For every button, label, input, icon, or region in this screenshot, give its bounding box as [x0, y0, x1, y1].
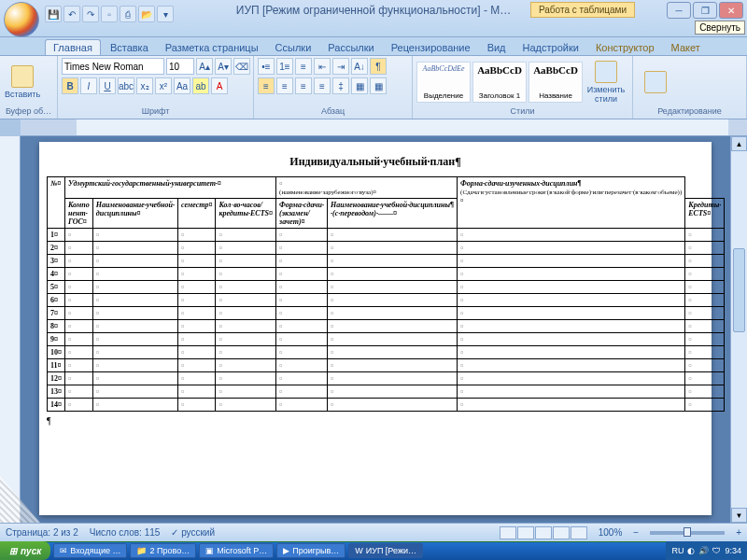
- view-web-button[interactable]: [535, 526, 552, 539]
- grow-font-button[interactable]: A▴: [196, 58, 213, 75]
- undo-icon[interactable]: ↶: [63, 6, 80, 22]
- scroll-up-icon[interactable]: ▲: [731, 136, 747, 151]
- change-styles-button[interactable]: Изменить стили: [585, 60, 627, 105]
- style-item[interactable]: AaBbCcDdEeВыделение: [416, 62, 471, 103]
- task-item-active[interactable]: W ИУП [Режи…: [348, 543, 423, 558]
- task-item[interactable]: ▶ Проигрыв…: [276, 543, 345, 558]
- show-marks-button[interactable]: ¶: [370, 58, 387, 75]
- tab-table-layout[interactable]: Макет: [664, 40, 708, 55]
- indent-inc-button[interactable]: ⇥: [332, 58, 349, 75]
- table-row[interactable]: 14¤¤¤¤¤¤¤¤¤: [48, 399, 725, 412]
- view-print-button[interactable]: [500, 526, 516, 539]
- table-row[interactable]: 3¤¤¤¤¤¤¤¤¤: [48, 255, 725, 268]
- highlight-button[interactable]: ab: [192, 77, 209, 94]
- font-color-button[interactable]: A: [211, 77, 228, 94]
- start-button[interactable]: ⊞ пуск: [0, 541, 50, 560]
- tab-insert[interactable]: Вставка: [103, 40, 156, 55]
- indent-dec-button[interactable]: ⇤: [314, 58, 331, 75]
- print-icon[interactable]: ⎙: [120, 6, 136, 22]
- table-row[interactable]: 2¤¤¤¤¤¤¤¤¤: [48, 242, 725, 255]
- tab-mailings[interactable]: Рассылки: [320, 40, 381, 55]
- task-item[interactable]: ✉ Входящие …: [53, 543, 127, 558]
- tab-review[interactable]: Рецензирование: [384, 40, 478, 55]
- view-draft-button[interactable]: [571, 526, 587, 539]
- tab-addins[interactable]: Надстройки: [515, 40, 586, 55]
- font-size-select[interactable]: 10: [166, 58, 194, 75]
- style-item[interactable]: AaBbCcDЗаголовок 1: [472, 62, 527, 103]
- multilevel-button[interactable]: ≡: [295, 58, 312, 75]
- view-read-button[interactable]: [517, 526, 534, 539]
- vertical-ruler[interactable]: [0, 136, 21, 523]
- status-page[interactable]: Страница: 2 из 2: [6, 527, 78, 538]
- system-tray[interactable]: RU ◐ 🔊 🛡 9:34: [666, 541, 747, 560]
- minimize-button[interactable]: ─: [667, 2, 691, 19]
- line-spacing-button[interactable]: ‡: [332, 77, 349, 94]
- table-row[interactable]: 6¤¤¤¤¤¤¤¤¤: [48, 294, 725, 307]
- superscript-button[interactable]: x²: [155, 77, 172, 94]
- change-case-button[interactable]: Aa: [174, 77, 190, 94]
- clear-format-button[interactable]: ⌫: [233, 58, 250, 75]
- curriculum-table[interactable]: №¤ Удмуртский·государственный·университе…: [47, 176, 725, 412]
- align-right-button[interactable]: ≡: [295, 77, 312, 94]
- document-page[interactable]: Индивидуальный·учебный·план¶ №¤ Удмуртск…: [39, 142, 712, 515]
- table-row[interactable]: 7¤¤¤¤¤¤¤¤¤: [48, 307, 725, 320]
- table-row[interactable]: 13¤¤¤¤¤¤¤¤¤: [48, 385, 725, 399]
- styles-gallery[interactable]: AaBbCcDdEeВыделение AaBbCcDЗаголовок 1 A…: [416, 62, 583, 103]
- tab-view[interactable]: Вид: [480, 40, 514, 55]
- save-icon[interactable]: 💾: [45, 6, 62, 22]
- view-outline-button[interactable]: [553, 526, 570, 539]
- find-button[interactable]: [637, 60, 674, 105]
- table-row[interactable]: 5¤¤¤¤¤¤¤¤¤: [48, 281, 725, 294]
- task-item[interactable]: 📁 2 Прово…: [130, 543, 196, 558]
- tray-clock[interactable]: 9:34: [725, 546, 741, 555]
- font-family-select[interactable]: Times New Roman: [62, 58, 164, 75]
- tray-icon[interactable]: ◐: [687, 546, 695, 555]
- zoom-value[interactable]: 100%: [599, 527, 623, 538]
- table-row[interactable]: 4¤¤¤¤¤¤¤¤¤: [48, 268, 725, 281]
- scroll-down-icon[interactable]: ▼: [731, 508, 747, 523]
- close-button[interactable]: ✕: [719, 2, 743, 19]
- table-row[interactable]: 10¤¤¤¤¤¤¤¤¤: [48, 346, 725, 359]
- numbering-button[interactable]: 1≡: [276, 58, 293, 75]
- strike-button[interactable]: abc: [118, 77, 134, 94]
- tab-home[interactable]: Главная: [45, 39, 101, 55]
- borders-button[interactable]: ▦: [370, 77, 387, 94]
- vertical-scrollbar[interactable]: ▲ ▼: [730, 136, 747, 523]
- zoom-in-button[interactable]: +: [736, 527, 741, 538]
- italic-button[interactable]: I: [80, 77, 97, 94]
- status-words[interactable]: Число слов: 115: [90, 527, 161, 538]
- justify-button[interactable]: ≡: [314, 77, 331, 94]
- restore-button[interactable]: ❐: [693, 2, 717, 19]
- new-icon[interactable]: ▫: [101, 6, 118, 22]
- table-row[interactable]: 1¤¤¤¤¤¤¤¤¤: [48, 229, 725, 242]
- zoom-knob[interactable]: [684, 527, 691, 537]
- bold-button[interactable]: B: [62, 77, 78, 94]
- bullets-button[interactable]: •≡: [258, 58, 275, 75]
- zoom-slider[interactable]: [650, 531, 725, 535]
- status-lang[interactable]: ✓ русский: [171, 527, 215, 538]
- paste-button[interactable]: Вставить: [4, 60, 41, 105]
- sort-button[interactable]: A↓: [351, 58, 368, 75]
- tray-lang[interactable]: RU: [671, 546, 684, 555]
- horizontal-ruler[interactable]: [21, 119, 747, 136]
- page-scroll[interactable]: Индивидуальный·учебный·план¶ №¤ Удмуртск…: [21, 136, 730, 523]
- table-row[interactable]: 8¤¤¤¤¤¤¤¤¤: [48, 320, 725, 333]
- zoom-out-button[interactable]: −: [633, 527, 639, 538]
- style-item[interactable]: AaBbCcDНазвание: [529, 62, 583, 103]
- table-row[interactable]: 11¤¤¤¤¤¤¤¤¤: [48, 359, 725, 372]
- tray-icon[interactable]: 🛡: [712, 546, 721, 555]
- office-button[interactable]: [4, 2, 39, 37]
- table-row[interactable]: 12¤¤¤¤¤¤¤¤¤: [48, 372, 725, 385]
- align-center-button[interactable]: ≡: [276, 77, 293, 94]
- open-icon[interactable]: 📂: [138, 6, 155, 22]
- tab-references[interactable]: Ссылки: [268, 40, 319, 55]
- redo-icon[interactable]: ↷: [82, 6, 99, 22]
- underline-button[interactable]: U: [99, 77, 116, 94]
- shrink-font-button[interactable]: A▾: [215, 58, 232, 75]
- subscript-button[interactable]: x₂: [136, 77, 153, 94]
- table-row[interactable]: 9¤¤¤¤¤¤¤¤¤: [48, 333, 725, 346]
- qat-more-icon[interactable]: ▾: [157, 6, 174, 22]
- scroll-thumb[interactable]: [733, 248, 745, 332]
- align-left-button[interactable]: ≡: [258, 77, 275, 94]
- task-item[interactable]: ▣ Microsoft P…: [199, 543, 274, 558]
